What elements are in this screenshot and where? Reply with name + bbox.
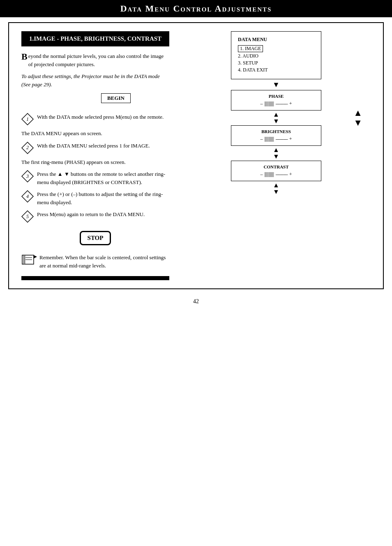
phase-minus: – [260, 101, 263, 107]
phase-bars: ||||||||||| [264, 100, 274, 107]
arrow-updown-1: ▲ ▼ ▲ ▼ [182, 111, 371, 124]
step-2-subtext: The first ring-menu (PHASE) appears on s… [21, 158, 169, 166]
main-content: 1.IMAGE - PHASE, BRIGHTNESS, CONTRAST B … [8, 22, 384, 289]
step-3-diamond: 3 [21, 170, 34, 182]
contrast-minus: – [260, 171, 263, 177]
step-2-diamond: 2 [21, 142, 34, 154]
data-menu-box: DATA MENU 1. IMAGE 2. AUDIO 3. SETUP 4. … [231, 31, 321, 79]
phase-plus: + [289, 101, 292, 107]
brightness-plus: + [289, 136, 292, 142]
phase-section: PHASE – ||||||||||| ----------- + [182, 90, 371, 111]
remember-row: Remember. When the bar scale is centered… [21, 253, 169, 270]
step-3-text: Press the ▲ ▼ buttons on the remote to s… [37, 170, 169, 186]
menu-item-exit: 4. DATA EXIT [238, 67, 314, 73]
bold-letter: B [21, 52, 28, 61]
step-1-text: With the DATA mode selected press M(enu)… [37, 113, 169, 121]
step-2-number: 2 [26, 145, 29, 151]
step-1-row: 1 With the DATA mode selected press M(en… [21, 113, 169, 125]
contrast-section: CONTRAST – ||||||||||| ----------- + [182, 161, 371, 181]
brightness-section: BRIGHTNESS – ||||||||||| ----------- + [182, 125, 371, 146]
data-menu-title: DATA MENU [238, 37, 314, 43]
menu-item-audio: 2. AUDIO [238, 53, 314, 59]
phase-label: PHASE [236, 94, 316, 99]
step-5-number: 5 [26, 214, 29, 220]
nav-arrows: ▲ ▼ [353, 108, 362, 127]
right-column: DATA MENU 1. IMAGE 2. AUDIO 3. SETUP 4. … [178, 31, 371, 280]
contrast-plus: + [289, 171, 292, 177]
step-4-text: Press the (+) or (–) buttons to adjust t… [37, 190, 169, 206]
step-3-number: 3 [26, 173, 29, 180]
step-3-row: 3 Press the ▲ ▼ buttons on the remote to… [21, 170, 169, 186]
step-2-text: With the DATA MENU selected press 1 for … [37, 142, 169, 150]
phase-box: PHASE – ||||||||||| ----------- + [231, 90, 321, 111]
intro-text-rest: eyond the normal picture levels, you can… [28, 53, 164, 67]
remember-icon [21, 253, 36, 270]
step-1-diamond: 1 [21, 113, 34, 125]
brightness-bar-scale: – ||||||||||| ----------- + [236, 136, 316, 142]
step-2-row: 2 With the DATA MENU selected press 1 fo… [21, 142, 169, 154]
brightness-box: BRIGHTNESS – ||||||||||| ----------- + [231, 125, 321, 146]
intro-paragraph2: To adjust these settings, the Projector … [21, 72, 169, 88]
section-heading: 1.IMAGE - PHASE, BRIGHTNESS, CONTRAST [21, 31, 169, 46]
step-5-row: 5 Press M(enu) again to return to the DA… [21, 210, 169, 223]
arrow-down-1: ▼ [272, 81, 280, 88]
contrast-label: CONTRAST [236, 164, 316, 169]
step-1-number: 1 [26, 116, 29, 122]
contrast-bar-scale: – ||||||||||| ----------- + [236, 171, 316, 177]
step-5-text: Press M(enu) again to return to the DATA… [37, 210, 169, 219]
stop-wrapper: STOP [21, 227, 169, 249]
step-4-number: 4 [26, 194, 29, 200]
page-number: 42 [0, 294, 392, 309]
brightness-label: BRIGHTNESS [236, 129, 316, 134]
step-4-row: 4 Press the (+) or (–) buttons to adjust… [21, 190, 169, 206]
contrast-box: CONTRAST – ||||||||||| ----------- + [231, 161, 321, 181]
left-column: 1.IMAGE - PHASE, BRIGHTNESS, CONTRAST B … [21, 31, 178, 280]
menu-item-setup: 3. SETUP [238, 60, 314, 66]
contrast-bars: ||||||||||| [264, 171, 274, 177]
phase-bar-scale: – ||||||||||| ----------- + [236, 100, 316, 107]
contrast-dashes: ----------- [276, 172, 288, 177]
remember-text: Remember. When the bar scale is centered… [39, 253, 169, 270]
bottom-bar [21, 276, 169, 280]
svg-marker-9 [34, 255, 37, 258]
intro-paragraph1: B eyond the normal picture levels, you c… [21, 52, 169, 68]
step-1-subtext: The DATA MENU appears on screen. [21, 129, 169, 138]
brightness-bars: ||||||||||| [264, 136, 274, 142]
diagram-wrapper: DATA MENU 1. IMAGE 2. AUDIO 3. SETUP 4. … [182, 31, 371, 196]
arrow-updown-2: ▲ ▼ [273, 147, 279, 160]
page-title: Data Menu Control Adjustments [0, 0, 392, 17]
step-5-diamond: 5 [21, 210, 34, 223]
menu-item-image: 1. IMAGE [238, 45, 263, 52]
arrow-updown-3: ▲ ▼ [273, 182, 279, 195]
svg-rect-6 [23, 255, 25, 264]
nav-up-arrow: ▲ [353, 108, 362, 117]
phase-dashes: ----------- [276, 101, 288, 106]
stop-box: STOP [80, 231, 111, 245]
step-4-diamond: 4 [21, 190, 34, 203]
brightness-dashes: ----------- [276, 136, 288, 141]
begin-box: BEGIN [101, 93, 131, 103]
brightness-minus: – [260, 136, 263, 142]
